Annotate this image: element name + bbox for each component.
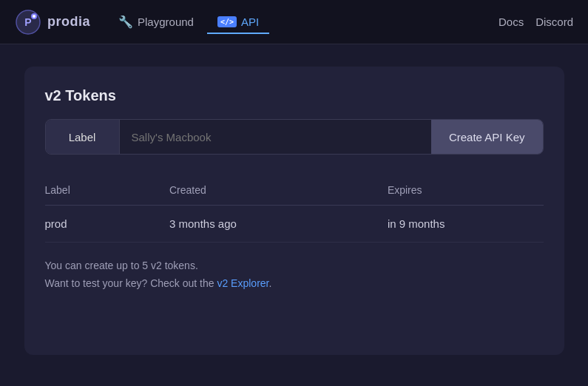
table-header-row: Label Created Expires [45,178,544,206]
api-code-icon: </> [217,16,237,27]
nav-links: 🔧 Playground </> API [108,9,499,35]
tokens-card: v2 Tokens Label Create API Key Label Cre… [24,67,564,355]
tokens-table: Label Created Expires prod3 months agoin… [45,178,544,243]
nav-playground[interactable]: 🔧 Playground [108,9,204,35]
table-row: prod3 months agoin 9 months [45,206,544,243]
table-header: Label Created Expires [45,178,544,206]
create-api-key-button[interactable]: Create API Key [431,120,543,154]
nav-api[interactable]: </> API [207,10,269,34]
playground-label: Playground [138,16,194,28]
svg-text:P: P [24,16,31,28]
logo-text: prodia [47,14,90,30]
api-label: API [241,16,259,28]
token-label-input[interactable] [120,120,431,154]
prodia-logo: P [15,9,41,35]
svg-point-3 [33,15,36,18]
label-box: Label [46,120,120,154]
nav-right: Docs Discord [499,16,573,28]
create-token-row: Label Create API Key [45,119,544,155]
v2-explorer-link[interactable]: v2 Explorer [217,277,268,289]
wrench-icon: 🔧 [118,15,133,29]
cell-label: prod [45,206,170,243]
cell-expires: in 9 months [388,206,544,243]
nav-docs[interactable]: Docs [499,16,524,28]
col-expires: Expires [388,178,544,206]
footer-line2-prefix: Want to test your key? Check out the [45,277,217,289]
logo-area: P prodia [15,9,90,35]
footer-text: You can create up to 5 v2 tokens. Want t… [45,257,544,293]
footer-line2-suffix: . [268,277,271,289]
col-created: Created [169,178,388,206]
nav-discord[interactable]: Discord [535,16,573,28]
card-title: v2 Tokens [45,87,544,104]
cell-created: 3 months ago [169,206,388,243]
footer-line1: You can create up to 5 v2 tokens. [45,257,544,275]
main-content: v2 Tokens Label Create API Key Label Cre… [0,44,588,377]
navbar: P prodia 🔧 Playground </> API Docs Disco… [0,0,588,44]
col-label: Label [45,178,170,206]
table-body: prod3 months agoin 9 months [45,206,544,243]
footer-line2: Want to test your key? Check out the v2 … [45,275,544,293]
